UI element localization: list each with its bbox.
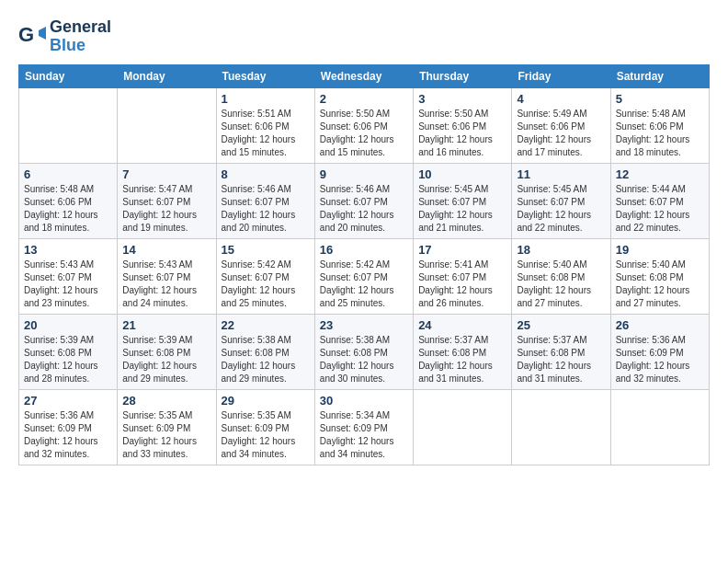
- day-info: Sunrise: 5:41 AM Sunset: 6:07 PM Dayligh…: [418, 259, 506, 310]
- calendar-cell: [610, 389, 709, 465]
- day-info: Sunrise: 5:46 AM Sunset: 6:07 PM Dayligh…: [222, 183, 310, 235]
- day-info: Sunrise: 5:36 AM Sunset: 6:09 PM Dayligh…: [616, 334, 704, 385]
- calendar-cell: 10Sunrise: 5:45 AM Sunset: 6:07 PM Dayli…: [414, 163, 512, 238]
- day-number: 14: [122, 243, 210, 257]
- calendar-cell: 23Sunrise: 5:38 AM Sunset: 6:08 PM Dayli…: [314, 314, 413, 389]
- day-number: 22: [222, 318, 310, 332]
- day-info: Sunrise: 5:49 AM Sunset: 6:06 PM Dayligh…: [517, 108, 605, 159]
- calendar-cell: [19, 87, 118, 163]
- calendar-cell: 22Sunrise: 5:38 AM Sunset: 6:08 PM Dayli…: [216, 314, 314, 389]
- day-number: 19: [616, 243, 704, 257]
- calendar-cell: 18Sunrise: 5:40 AM Sunset: 6:08 PM Dayli…: [512, 238, 610, 314]
- calendar-week-1: 1Sunrise: 5:51 AM Sunset: 6:06 PM Daylig…: [19, 87, 710, 163]
- col-header-saturday: Saturday: [610, 64, 709, 87]
- day-number: 26: [616, 318, 704, 332]
- day-info: Sunrise: 5:44 AM Sunset: 6:07 PM Dayligh…: [616, 183, 704, 235]
- calendar-cell: [118, 87, 216, 163]
- day-number: 4: [517, 92, 605, 106]
- day-number: 2: [320, 92, 408, 106]
- day-number: 29: [222, 394, 310, 408]
- day-number: 17: [418, 243, 506, 257]
- day-number: 11: [517, 167, 605, 181]
- col-header-monday: Monday: [118, 64, 216, 87]
- day-info: Sunrise: 5:46 AM Sunset: 6:07 PM Dayligh…: [320, 183, 408, 235]
- calendar-cell: 7Sunrise: 5:47 AM Sunset: 6:07 PM Daylig…: [118, 163, 216, 238]
- day-info: Sunrise: 5:48 AM Sunset: 6:06 PM Dayligh…: [616, 108, 704, 159]
- calendar-cell: 28Sunrise: 5:35 AM Sunset: 6:09 PM Dayli…: [118, 389, 216, 465]
- calendar-cell: 19Sunrise: 5:40 AM Sunset: 6:08 PM Dayli…: [610, 238, 709, 314]
- day-info: Sunrise: 5:43 AM Sunset: 6:07 PM Dayligh…: [24, 259, 112, 310]
- calendar-cell: 2Sunrise: 5:50 AM Sunset: 6:06 PM Daylig…: [314, 87, 413, 163]
- day-number: 27: [24, 394, 112, 408]
- calendar-cell: 5Sunrise: 5:48 AM Sunset: 6:06 PM Daylig…: [610, 87, 709, 163]
- calendar-cell: 29Sunrise: 5:35 AM Sunset: 6:09 PM Dayli…: [216, 389, 314, 465]
- day-number: 15: [222, 243, 310, 257]
- calendar-cell: 6Sunrise: 5:48 AM Sunset: 6:06 PM Daylig…: [19, 163, 118, 238]
- logo-text: General Blue: [50, 18, 111, 55]
- col-header-tuesday: Tuesday: [216, 64, 314, 87]
- logo: G General Blue: [18, 18, 111, 55]
- calendar-week-3: 13Sunrise: 5:43 AM Sunset: 6:07 PM Dayli…: [19, 238, 710, 314]
- day-number: 3: [418, 92, 506, 106]
- day-number: 10: [418, 167, 506, 181]
- calendar-week-5: 27Sunrise: 5:36 AM Sunset: 6:09 PM Dayli…: [19, 389, 710, 465]
- day-info: Sunrise: 5:47 AM Sunset: 6:07 PM Dayligh…: [122, 183, 210, 235]
- col-header-wednesday: Wednesday: [314, 64, 413, 87]
- day-number: 9: [320, 167, 408, 181]
- day-number: 7: [122, 167, 210, 181]
- calendar-cell: 30Sunrise: 5:34 AM Sunset: 6:09 PM Dayli…: [314, 389, 413, 465]
- calendar-cell: 16Sunrise: 5:42 AM Sunset: 6:07 PM Dayli…: [314, 238, 413, 314]
- calendar-week-2: 6Sunrise: 5:48 AM Sunset: 6:06 PM Daylig…: [19, 163, 710, 238]
- day-info: Sunrise: 5:50 AM Sunset: 6:06 PM Dayligh…: [320, 108, 408, 159]
- day-number: 23: [320, 318, 408, 332]
- calendar-cell: 26Sunrise: 5:36 AM Sunset: 6:09 PM Dayli…: [610, 314, 709, 389]
- day-info: Sunrise: 5:51 AM Sunset: 6:06 PM Dayligh…: [222, 108, 310, 159]
- day-number: 6: [24, 167, 112, 181]
- day-number: 1: [222, 92, 310, 106]
- day-info: Sunrise: 5:40 AM Sunset: 6:08 PM Dayligh…: [616, 259, 704, 310]
- calendar-cell: 17Sunrise: 5:41 AM Sunset: 6:07 PM Dayli…: [414, 238, 512, 314]
- day-number: 18: [517, 243, 605, 257]
- svg-text:G: G: [18, 23, 34, 46]
- day-number: 13: [24, 243, 112, 257]
- col-header-sunday: Sunday: [19, 64, 118, 87]
- calendar-cell: [414, 389, 512, 465]
- day-number: 20: [24, 318, 112, 332]
- day-info: Sunrise: 5:42 AM Sunset: 6:07 PM Dayligh…: [222, 259, 310, 310]
- calendar-cell: 20Sunrise: 5:39 AM Sunset: 6:08 PM Dayli…: [19, 314, 118, 389]
- calendar-cell: [512, 389, 610, 465]
- calendar-cell: 3Sunrise: 5:50 AM Sunset: 6:06 PM Daylig…: [414, 87, 512, 163]
- day-info: Sunrise: 5:38 AM Sunset: 6:08 PM Dayligh…: [320, 334, 408, 385]
- calendar-cell: 13Sunrise: 5:43 AM Sunset: 6:07 PM Dayli…: [19, 238, 118, 314]
- day-info: Sunrise: 5:39 AM Sunset: 6:08 PM Dayligh…: [24, 334, 112, 385]
- calendar-cell: 27Sunrise: 5:36 AM Sunset: 6:09 PM Dayli…: [19, 389, 118, 465]
- calendar-cell: 1Sunrise: 5:51 AM Sunset: 6:06 PM Daylig…: [216, 87, 314, 163]
- day-info: Sunrise: 5:36 AM Sunset: 6:09 PM Dayligh…: [24, 409, 112, 461]
- col-header-friday: Friday: [512, 64, 610, 87]
- day-info: Sunrise: 5:48 AM Sunset: 6:06 PM Dayligh…: [24, 183, 112, 235]
- day-number: 28: [122, 394, 210, 408]
- calendar-cell: 14Sunrise: 5:43 AM Sunset: 6:07 PM Dayli…: [118, 238, 216, 314]
- day-info: Sunrise: 5:45 AM Sunset: 6:07 PM Dayligh…: [517, 183, 605, 235]
- day-info: Sunrise: 5:42 AM Sunset: 6:07 PM Dayligh…: [320, 259, 408, 310]
- day-number: 24: [418, 318, 506, 332]
- day-info: Sunrise: 5:35 AM Sunset: 6:09 PM Dayligh…: [222, 409, 310, 461]
- day-info: Sunrise: 5:50 AM Sunset: 6:06 PM Dayligh…: [418, 108, 506, 159]
- day-info: Sunrise: 5:38 AM Sunset: 6:08 PM Dayligh…: [222, 334, 310, 385]
- day-number: 25: [517, 318, 605, 332]
- day-number: 30: [320, 394, 408, 408]
- calendar-cell: 25Sunrise: 5:37 AM Sunset: 6:08 PM Dayli…: [512, 314, 610, 389]
- day-info: Sunrise: 5:34 AM Sunset: 6:09 PM Dayligh…: [320, 409, 408, 461]
- calendar-table: SundayMondayTuesdayWednesdayThursdayFrid…: [18, 64, 710, 465]
- calendar-cell: 11Sunrise: 5:45 AM Sunset: 6:07 PM Dayli…: [512, 163, 610, 238]
- day-info: Sunrise: 5:35 AM Sunset: 6:09 PM Dayligh…: [122, 409, 210, 461]
- calendar-cell: 15Sunrise: 5:42 AM Sunset: 6:07 PM Dayli…: [216, 238, 314, 314]
- day-number: 12: [616, 167, 704, 181]
- page-header: G General Blue: [18, 18, 710, 55]
- calendar-cell: 8Sunrise: 5:46 AM Sunset: 6:07 PM Daylig…: [216, 163, 314, 238]
- day-info: Sunrise: 5:40 AM Sunset: 6:08 PM Dayligh…: [517, 259, 605, 310]
- day-info: Sunrise: 5:45 AM Sunset: 6:07 PM Dayligh…: [418, 183, 506, 235]
- day-number: 8: [222, 167, 310, 181]
- calendar-cell: 4Sunrise: 5:49 AM Sunset: 6:06 PM Daylig…: [512, 87, 610, 163]
- col-header-thursday: Thursday: [414, 64, 512, 87]
